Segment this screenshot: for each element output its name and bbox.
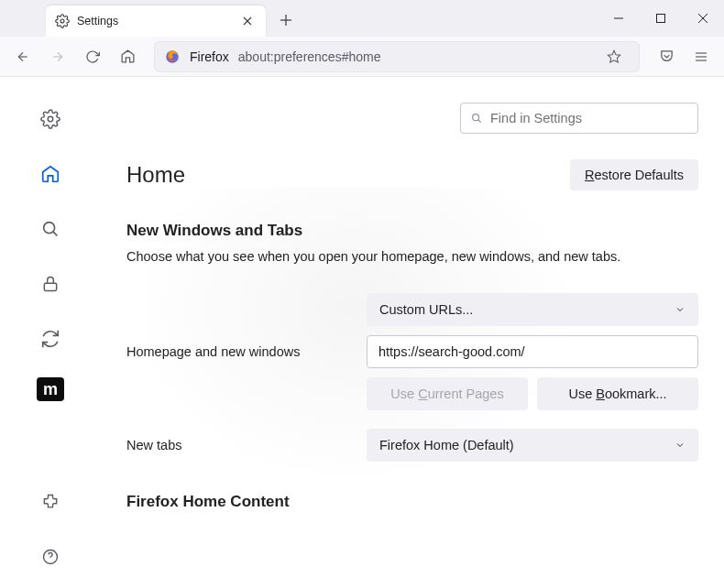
homepage-mode-select[interactable]: Custom URLs... — [367, 293, 698, 326]
toolbar: Firefox about:preferences#home — [0, 37, 724, 77]
urlbar-firefox-label: Firefox — [190, 49, 229, 64]
bookmark-star-button[interactable] — [598, 41, 630, 72]
url-bar[interactable]: Firefox about:preferences#home — [154, 41, 640, 72]
close-tab-button[interactable] — [238, 12, 257, 30]
sidebar-item-home[interactable] — [34, 158, 67, 191]
settings-sidebar: m — [0, 77, 101, 588]
svg-line-16 — [53, 232, 57, 235]
sidebar-item-more-from-mozilla[interactable]: m — [37, 377, 64, 401]
svg-point-20 — [473, 114, 479, 121]
new-tab-button[interactable] — [271, 5, 301, 35]
sidebar-item-privacy[interactable] — [34, 267, 67, 300]
sidebar-item-sync[interactable] — [34, 322, 67, 355]
search-placeholder: Find in Settings — [490, 111, 582, 125]
svg-marker-10 — [608, 50, 620, 62]
homepage-url-input[interactable] — [367, 335, 698, 368]
back-button[interactable] — [7, 41, 38, 72]
homepage-mode-value: Custom URLs... — [379, 302, 473, 317]
page-title: Home — [126, 162, 185, 188]
restore-defaults-button[interactable]: Restore Defaults — [570, 159, 698, 191]
svg-rect-17 — [44, 283, 56, 290]
mozilla-m-icon: m — [43, 380, 58, 399]
sidebar-item-help[interactable] — [34, 540, 67, 573]
section-title-windows-tabs: New Windows and Tabs — [126, 222, 698, 240]
sidebar-item-extensions[interactable] — [34, 485, 67, 518]
newtabs-mode-value: Firefox Home (Default) — [379, 438, 514, 452]
svg-point-4 — [60, 19, 64, 23]
main-content: Find in Settings Home Restore Defaults N… — [101, 77, 724, 588]
app-menu-button[interactable] — [686, 41, 717, 72]
firefox-logo-icon — [164, 49, 181, 65]
home-button[interactable] — [112, 41, 143, 72]
forward-button[interactable] — [42, 41, 73, 72]
use-current-pages-button[interactable]: Use Current Pages — [367, 377, 528, 410]
svg-point-15 — [44, 223, 55, 234]
chevron-down-icon — [675, 440, 686, 451]
homepage-label: Homepage and new windows — [126, 293, 356, 359]
sidebar-item-general[interactable] — [34, 103, 67, 136]
settings-search-input[interactable]: Find in Settings — [460, 103, 698, 134]
urlbar-url-text: about:preferences#home — [238, 49, 589, 64]
svg-rect-1 — [657, 15, 665, 23]
tab-title: Settings — [77, 15, 231, 27]
maximize-button[interactable] — [640, 0, 682, 37]
svg-line-21 — [478, 120, 481, 123]
tab-settings[interactable]: Settings — [46, 5, 266, 37]
minimize-button[interactable] — [598, 0, 640, 37]
reload-button[interactable] — [77, 41, 108, 72]
pocket-button[interactable] — [651, 41, 682, 72]
chevron-down-icon — [675, 304, 686, 315]
search-icon — [470, 112, 483, 125]
newtabs-mode-select[interactable]: Firefox Home (Default) — [367, 429, 698, 462]
use-bookmark-button[interactable]: Use Bookmark... — [537, 377, 698, 410]
section-desc-windows-tabs: Choose what you see when you open your h… — [126, 247, 698, 266]
svg-point-14 — [48, 116, 53, 122]
sidebar-item-search[interactable] — [34, 212, 67, 245]
gear-icon — [55, 14, 70, 28]
close-window-button[interactable] — [682, 0, 724, 37]
newtabs-label: New tabs — [126, 438, 356, 452]
section-title-home-content: Firefox Home Content — [126, 493, 698, 511]
